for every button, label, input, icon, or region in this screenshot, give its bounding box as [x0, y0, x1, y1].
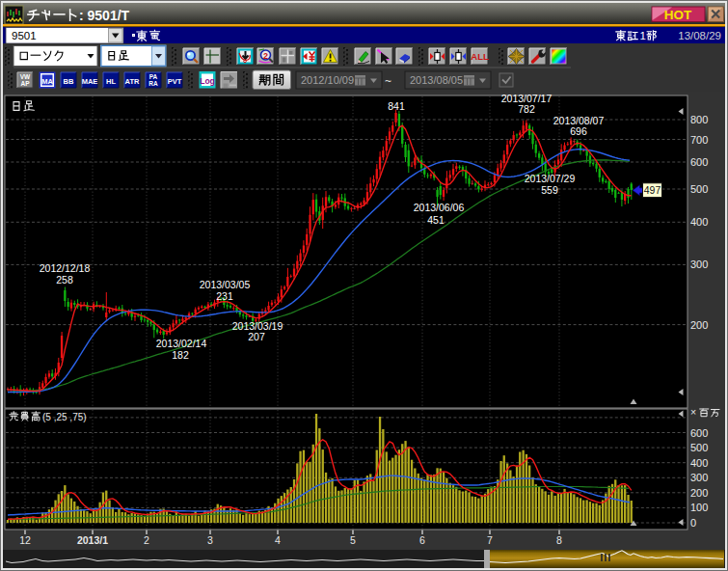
svg-text:100: 100	[690, 502, 708, 513]
svg-text:2013/07/17: 2013/07/17	[501, 93, 553, 104]
svg-text:300: 300	[690, 472, 708, 483]
svg-text:200: 200	[690, 487, 708, 499]
svg-text:200: 200	[690, 319, 708, 331]
svg-text:(5 ,25 ,75): (5 ,25 ,75)	[42, 412, 87, 422]
svg-text:600: 600	[690, 427, 708, 439]
svg-text:2013/06/06: 2013/06/06	[414, 202, 465, 213]
svg-text:2012/12/18: 2012/12/18	[40, 262, 91, 274]
svg-text:451: 451	[427, 214, 445, 226]
svg-text:: 9501/T: : 9501/T	[79, 8, 130, 23]
svg-text:400: 400	[690, 457, 708, 469]
svg-text:3: 3	[207, 534, 213, 546]
svg-text:4: 4	[275, 534, 281, 546]
svg-text:2: 2	[144, 534, 149, 546]
svg-text:HL: HL	[106, 77, 116, 86]
svg-text:300: 300	[690, 258, 708, 270]
svg-text:RA: RA	[148, 80, 158, 87]
svg-text:400: 400	[690, 216, 708, 228]
svg-text:258: 258	[56, 274, 73, 286]
svg-text:841: 841	[388, 100, 405, 112]
svg-text:AP: AP	[20, 80, 30, 87]
svg-text:497: 497	[644, 184, 661, 196]
svg-text:782: 782	[518, 103, 535, 115]
svg-text:800: 800	[690, 114, 708, 125]
svg-text:500: 500	[690, 442, 708, 453]
svg-text:8: 8	[556, 534, 562, 546]
svg-text:2013/02/14: 2013/02/14	[156, 338, 207, 349]
svg-text:~: ~	[385, 74, 391, 88]
svg-text:MA: MA	[41, 77, 53, 86]
svg-text:2013/08/05: 2013/08/05	[410, 74, 463, 86]
svg-text:600: 600	[690, 156, 708, 168]
svg-text:ATR: ATR	[125, 77, 140, 86]
svg-text:231: 231	[216, 290, 233, 302]
svg-text:207: 207	[248, 331, 265, 342]
svg-text:182: 182	[172, 349, 189, 361]
svg-text:1: 1	[640, 30, 646, 41]
svg-text:13/08/29: 13/08/29	[678, 30, 721, 41]
svg-text:BB: BB	[64, 77, 74, 86]
svg-text:2: 2	[263, 51, 268, 61]
svg-text:0: 0	[690, 517, 696, 529]
svg-text:700: 700	[690, 134, 708, 146]
svg-text:VW: VW	[20, 73, 31, 80]
svg-text:2013/03/05: 2013/03/05	[200, 279, 251, 290]
svg-text:500: 500	[690, 183, 708, 195]
svg-text:×: ×	[690, 406, 696, 418]
svg-text:2013/03/19: 2013/03/19	[232, 320, 283, 332]
svg-text:2013/07/29: 2013/07/29	[525, 173, 576, 184]
svg-text:559: 559	[541, 184, 558, 196]
svg-text:7: 7	[487, 534, 493, 546]
svg-text:HOT: HOT	[664, 8, 692, 22]
svg-text:12: 12	[19, 534, 31, 546]
svg-text:6: 6	[419, 534, 425, 546]
svg-text:696: 696	[570, 125, 587, 137]
svg-text:2013/1: 2013/1	[77, 534, 108, 546]
svg-text:5: 5	[350, 534, 356, 546]
svg-text:PVT: PVT	[168, 77, 182, 86]
svg-text:2012/10/09: 2012/10/09	[301, 74, 354, 86]
svg-text:Log: Log	[200, 76, 215, 86]
svg-text:MAE: MAE	[82, 77, 98, 86]
svg-text:2013/08/07: 2013/08/07	[553, 115, 605, 126]
svg-text:9501: 9501	[12, 30, 37, 41]
svg-text:PA: PA	[149, 73, 158, 80]
svg-text:ALL: ALL	[471, 51, 489, 62]
